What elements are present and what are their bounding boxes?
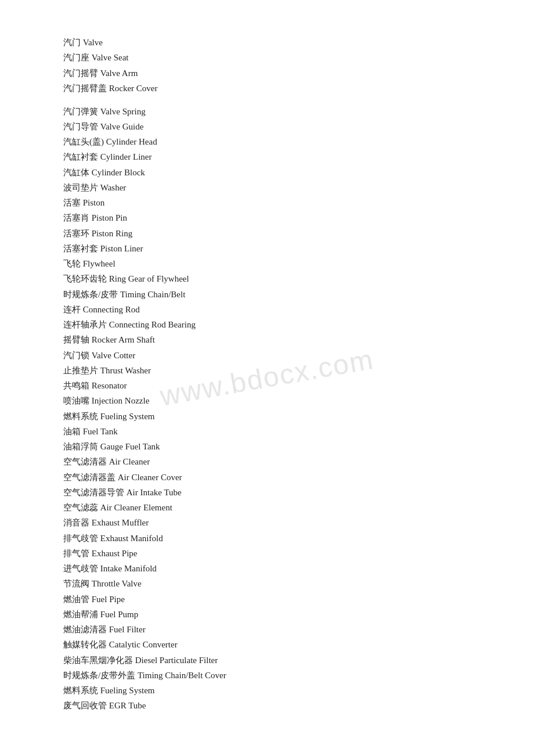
term-line: 飞轮环齿轮 Ring Gear of Flywheel — [63, 271, 471, 286]
term-line: 燃油帮浦 Fuel Pump — [63, 607, 471, 622]
term-line: 活塞环 Piston Ring — [63, 226, 471, 241]
term-line: 时规炼条/皮带外盖 Timing Chain/Belt Cover — [63, 668, 471, 683]
term-line: 活塞肖 Piston Pin — [63, 210, 471, 225]
term-line: 空气滤清器导管 Air Intake Tube — [63, 485, 471, 500]
term-line: 触媒转化器 Catalytic Converter — [63, 637, 471, 652]
term-line: 柴油车黑烟净化器 Diesel Particulate Filter — [63, 653, 471, 668]
term-line: 排气管 Exhaust Pipe — [63, 546, 471, 561]
term-line: 汽缸衬套 Cylinder Liner — [63, 149, 471, 164]
term-line: 活塞 Piston — [63, 195, 471, 210]
term-line: 汽门摇臂 Valve Arm — [63, 66, 471, 81]
term-line: 连杆 Connecting Rod — [63, 302, 471, 317]
term-line: 喷油嘴 Injection Nozzle — [63, 393, 471, 408]
spacer — [63, 96, 471, 104]
term-line: 空气滤蕊 Air Cleaner Element — [63, 500, 471, 515]
term-line: 汽缸体 Cylinder Block — [63, 165, 471, 180]
term-line: 空气滤清器 Air Cleaner — [63, 454, 471, 469]
term-line: 空气滤清器盖 Air Cleaner Cover — [63, 470, 471, 485]
term-line: 汽门摇臂盖 Rocker Cover — [63, 81, 471, 96]
term-line: 汽门弹簧 Valve Spring — [63, 104, 471, 119]
term-line: 燃料系统 Fueling System — [63, 409, 471, 424]
term-line: 活塞衬套 Piston Liner — [63, 241, 471, 256]
content-area: 汽门 Valve汽门座 Valve Seat汽门摇臂 Valve Arm汽门摇臂… — [63, 35, 471, 714]
term-line: 摇臂轴 Rocker Arm Shaft — [63, 332, 471, 347]
term-line: 燃料系统 Fueling System — [63, 683, 471, 698]
term-line: 燃油滤清器 Fuel Filter — [63, 622, 471, 637]
term-line: 共鸣箱 Resonator — [63, 378, 471, 393]
term-line: 汽缸头(盖) Cylinder Head — [63, 134, 471, 149]
term-line: 止推垫片 Thrust Washer — [63, 363, 471, 378]
term-line: 进气歧管 Intake Manifold — [63, 561, 471, 576]
term-line: 废气回收管 EGR Tube — [63, 698, 471, 713]
term-line: 节流阀 Throttle Valve — [63, 576, 471, 591]
term-line: 排气歧管 Exhaust Manifold — [63, 531, 471, 546]
term-line: 汽门锁 Valve Cotter — [63, 348, 471, 363]
term-line: 消音器 Exhaust Muffler — [63, 515, 471, 530]
term-line: 油箱 Fuel Tank — [63, 424, 471, 439]
term-line: 时规炼条/皮带 Timing Chain/Belt — [63, 287, 471, 302]
term-line: 汽门座 Valve Seat — [63, 50, 471, 65]
term-line: 汽门导管 Valve Guide — [63, 119, 471, 134]
term-line: 波司垫片 Washer — [63, 180, 471, 195]
term-line: 连杆轴承片 Connecting Rod Bearing — [63, 317, 471, 332]
term-line: 汽门 Valve — [63, 35, 471, 50]
term-line: 油箱浮筒 Gauge Fuel Tank — [63, 439, 471, 454]
term-line: 飞轮 Flywheel — [63, 256, 471, 271]
term-line: 燃油管 Fuel Pipe — [63, 592, 471, 607]
